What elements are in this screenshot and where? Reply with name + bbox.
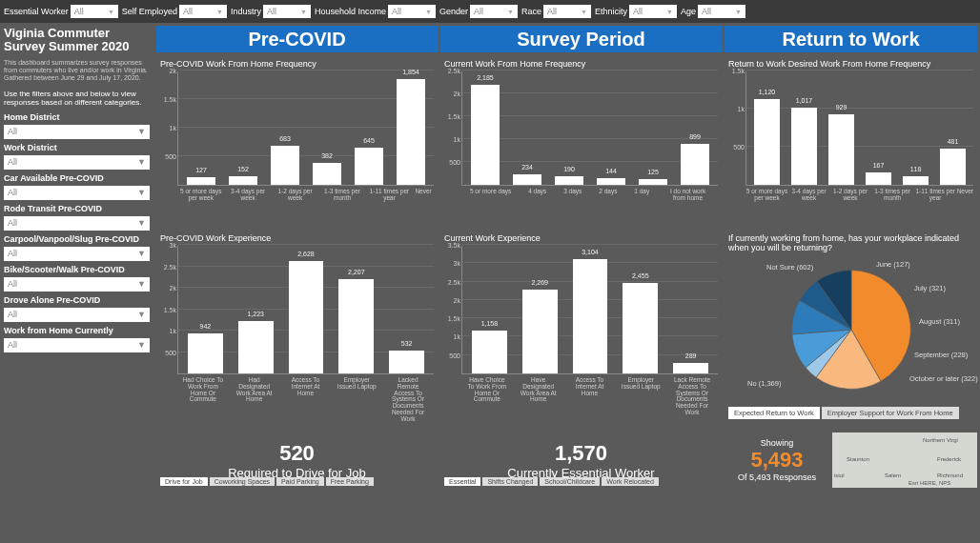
tab[interactable]: Employer Support for Work From Home (822, 407, 959, 419)
bar[interactable]: 144 (597, 178, 626, 185)
tab[interactable]: Essential (444, 477, 480, 486)
filter-dropdown[interactable]: All▼ (698, 5, 745, 18)
filter-value: All (267, 7, 276, 16)
sb-filter-dropdown[interactable]: All▼ (4, 155, 150, 170)
bar-group: 2,628 (281, 261, 332, 373)
bar[interactable]: 645 (355, 148, 384, 185)
barchart[interactable]: 5001k1.5k2k1271526833826451,854 (177, 71, 434, 186)
bar[interactable]: 929 (828, 114, 854, 185)
bar[interactable]: 899 (681, 144, 710, 185)
y-gridline (462, 138, 718, 139)
sb-filter-dropdown[interactable]: All▼ (4, 125, 150, 139)
barchart[interactable]: 5001k1.5k2k2.5k3k9421,2232,6282,207532 (177, 246, 434, 374)
chevron-down-icon: ▼ (300, 9, 307, 15)
bar-value: 118 (910, 166, 922, 172)
bar[interactable]: 2,269 (522, 290, 558, 373)
bar-value: 645 (363, 137, 375, 144)
sb-filter-dropdown[interactable]: All▼ (4, 308, 150, 322)
y-tick: 1k (729, 106, 745, 112)
bar-group: 2,185 (464, 85, 506, 185)
map[interactable]: Northern VirgiStauntonFrederickRichmondS… (832, 432, 977, 488)
filter-value: All (474, 7, 483, 16)
chevron-down-icon: ▼ (137, 310, 146, 319)
sb-filter-dropdown[interactable]: All▼ (4, 338, 150, 352)
bar-label: Lack Remote Access To Systems Or Documen… (671, 377, 714, 416)
bar[interactable]: 942 (188, 333, 223, 373)
tab[interactable]: Expected Return to Work (728, 407, 820, 419)
filter-dropdown[interactable]: All▼ (543, 5, 591, 18)
chevron-down-icon: ▼ (137, 279, 146, 289)
bar[interactable]: 167 (866, 172, 891, 185)
y-tick: 2.5k (445, 279, 460, 286)
barchart[interactable]: 5001k1.5k1,1201,017929167118481 (745, 71, 973, 186)
sb-filter-dropdown[interactable]: All▼ (4, 186, 150, 200)
bar[interactable]: 152 (229, 176, 258, 185)
bar-group: 144 (590, 178, 632, 185)
bar[interactable]: 2,628 (289, 261, 324, 373)
bar-group: 481 (934, 149, 971, 185)
bar[interactable]: 3,104 (573, 259, 608, 373)
filter-dropdown[interactable]: All▼ (470, 5, 518, 18)
bar[interactable]: 125 (639, 179, 668, 185)
filter-dropdown[interactable]: All▼ (388, 5, 436, 18)
bar[interactable]: 190 (555, 176, 584, 185)
bar-label: Employer Issued Laptop (336, 377, 378, 423)
bar[interactable]: 1,158 (472, 331, 507, 373)
barchart[interactable]: 5001k1.5k2k2.5k3k3.5k1,1582,2693,1042,45… (461, 246, 718, 374)
sb-filter-label: Work from Home Currently (4, 326, 150, 335)
section-header: Return to Work (725, 26, 977, 52)
bar[interactable]: 1,854 (397, 79, 426, 185)
chart-title: Pre-COVID Work From Home Frequency (160, 59, 434, 69)
chevron-down-icon: ▼ (137, 218, 146, 228)
pie-chart[interactable] (789, 268, 913, 392)
bar[interactable]: 1,223 (238, 321, 274, 373)
tab[interactable]: Paid Parking (276, 477, 324, 486)
bar-value: 190 (563, 166, 575, 172)
barchart[interactable]: 5001k1.5k2k2.5k2,185234190144125899 (461, 71, 718, 186)
bar[interactable]: 683 (271, 146, 300, 185)
tab[interactable]: Drive for Job (160, 477, 208, 486)
sb-filter-dropdown[interactable]: All▼ (4, 277, 150, 292)
map-label: Richmond (937, 473, 963, 478)
y-tick: 1k (161, 125, 176, 131)
bar[interactable]: 2,455 (623, 283, 658, 373)
y-tick: 1.5k (729, 68, 745, 74)
bar-group: 125 (632, 179, 674, 185)
bar[interactable]: 481 (940, 149, 966, 185)
tab[interactable]: Shifts Changed (482, 477, 538, 486)
bar[interactable]: 234 (513, 174, 542, 185)
bar-group: 899 (674, 144, 716, 185)
map-label: istol (834, 473, 845, 478)
bar[interactable]: 532 (389, 351, 424, 373)
bar[interactable]: 2,185 (471, 85, 500, 185)
top-filter: RaceAll▼ (521, 5, 591, 18)
bar[interactable]: 1,017 (791, 108, 817, 185)
bar[interactable]: 127 (187, 177, 216, 185)
sb-filter-dropdown[interactable]: All▼ (4, 216, 150, 231)
x-labels: Had Choice To Work From Home Or CommuteH… (177, 374, 434, 423)
bar-value: 2,185 (477, 74, 494, 81)
bar-label: 1 day (634, 189, 649, 202)
filter-dropdown[interactable]: All▼ (179, 5, 227, 18)
bar[interactable]: 118 (903, 176, 929, 185)
pie-wrap[interactable]: No (1,369)Not Sure (602)June (127)July (… (728, 255, 973, 403)
bar-label: Lacked Remote Access To Systems Or Docum… (387, 377, 430, 423)
bar[interactable]: 2,207 (338, 279, 374, 373)
sb-filter-dropdown[interactable]: All▼ (4, 247, 150, 261)
bar-label: 1-3 times per month (321, 189, 364, 202)
top-filter: Essential WorkerAll▼ (4, 5, 118, 18)
bar-group: 127 (180, 177, 222, 185)
tab[interactable]: School/Childcare (540, 477, 600, 486)
bar[interactable]: 382 (313, 163, 342, 185)
sidebar-title: Viginia Commuter Survey Summer 2020 (4, 27, 150, 54)
tab[interactable]: Coworking Spaces (210, 477, 275, 486)
filter-dropdown[interactable]: All▼ (629, 5, 677, 18)
filter-dropdown[interactable]: All▼ (71, 5, 118, 18)
bar[interactable]: 289 (673, 363, 708, 373)
chevron-down-icon: ▼ (666, 9, 673, 15)
bar-label: Never (957, 189, 973, 202)
tab[interactable]: Free Parking (326, 477, 374, 486)
filter-dropdown[interactable]: All▼ (263, 5, 311, 18)
bar[interactable]: 1,120 (754, 99, 780, 185)
tab[interactable]: Work Relocated (602, 477, 659, 486)
